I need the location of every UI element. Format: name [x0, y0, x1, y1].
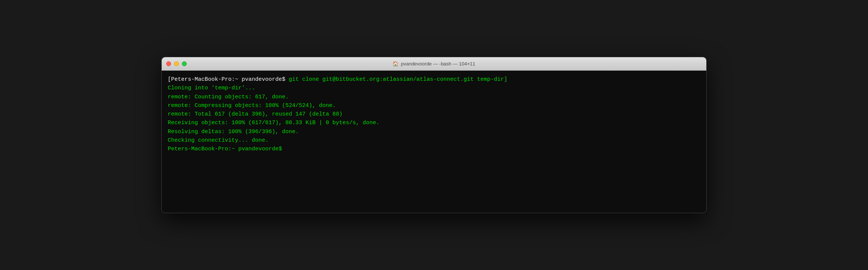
maximize-button[interactable] — [182, 61, 187, 66]
terminal-line: remote: Counting objects: 617, done. — [168, 93, 700, 101]
minimize-button[interactable] — [174, 61, 179, 66]
terminal-line: [Peters-MacBook-Pro:~ pvandevoorde$ git … — [168, 75, 700, 84]
terminal-line: Receiving objects: 100% (617/617), 80.33… — [168, 119, 700, 127]
terminal-window: 🏠 pvandevoorde — -bash — 104×11 [Peters-… — [161, 57, 707, 213]
terminal-body[interactable]: [Peters-MacBook-Pro:~ pvandevoorde$ git … — [162, 71, 706, 213]
title-bar-text: 🏠 pvandevoorde — -bash — 104×11 — [393, 61, 475, 67]
terminal-line: remote: Compressing objects: 100% (524/5… — [168, 101, 700, 110]
title-label: pvandevoorde — -bash — 104×11 — [401, 61, 475, 67]
terminal-line: Cloning into 'temp-dir'... — [168, 84, 700, 92]
terminal-line-prompt: Peters-MacBook-Pro:~ pvandevoorde$ — [168, 145, 700, 153]
close-button[interactable] — [166, 61, 171, 66]
terminal-line: Checking connectivity... done. — [168, 136, 700, 145]
terminal-line: remote: Total 617 (delta 396), reused 14… — [168, 110, 700, 119]
command-text: git clone git@bitbucket.org:atlassian/at… — [289, 76, 504, 83]
prompt-text: [Peters-MacBook-Pro:~ pvandevoorde$ — [168, 76, 289, 83]
title-bar: 🏠 pvandevoorde — -bash — 104×11 — [162, 57, 706, 71]
terminal-line: Resolving deltas: 100% (396/396), done. — [168, 128, 700, 136]
home-icon: 🏠 — [393, 61, 399, 67]
traffic-lights — [166, 61, 187, 66]
